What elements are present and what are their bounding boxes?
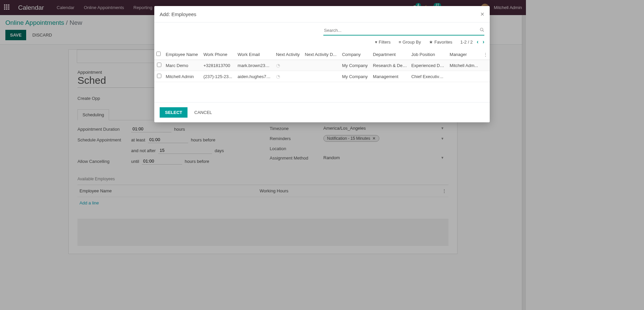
clock-icon: ◔ [276,63,280,68]
col-job-position[interactable]: Job Position [409,49,447,60]
favorites-button[interactable]: ★Favorites [429,40,452,45]
svg-line-1 [483,30,484,32]
groupby-icon: ≡ [399,40,401,45]
employees-table: Employee Name Work Phone Work Email Next… [154,49,490,82]
cell-name: Marc Demo [164,60,201,71]
col-next-activity[interactable]: Next Activity [274,49,303,60]
cell-manager [448,71,481,82]
pager-prev-icon[interactable]: ‹ [477,39,478,45]
search-input[interactable] [323,26,480,35]
cell-email: aiden.hughes71... [235,71,274,82]
cell-phone: +3281813700 [201,60,235,71]
col-company[interactable]: Company [340,49,371,60]
svg-point-0 [480,28,483,31]
modal-title: Add: Employees [160,11,196,17]
col-next-activity-date[interactable]: Next Activity D... [303,49,340,60]
cancel-button[interactable]: CANCEL [191,107,215,118]
star-icon: ★ [429,40,433,45]
groupby-button[interactable]: ≡Group By [399,40,421,45]
col-work-email[interactable]: Work Email [235,49,274,60]
table-row[interactable]: Mitchell Admin (237)-125-23... aiden.hug… [154,71,490,82]
select-button[interactable]: SELECT [160,107,187,118]
row-checkbox[interactable] [157,74,161,78]
cell-company: My Company [340,71,371,82]
cell-manager: Mitchell Adm... [448,60,481,71]
pager-next-icon[interactable]: › [483,39,484,45]
search-icon[interactable] [480,27,484,33]
clock-icon: ◔ [276,74,280,79]
select-all-checkbox[interactable] [156,52,161,56]
col-manager[interactable]: Manager [448,49,481,60]
cell-phone: (237)-125-23... [201,71,235,82]
filter-icon: ▾ [375,40,377,45]
cell-company: My Company [340,60,371,71]
pager-text: 1-2 / 2 [460,40,473,45]
cell-department: Management [371,71,409,82]
table-row[interactable]: Marc Demo +3281813700 mark.brown23@... ◔… [154,60,490,71]
kebab-icon[interactable]: ⋮ [481,49,490,60]
row-checkbox[interactable] [157,63,161,67]
cell-job: Chief Executive ... [409,71,447,82]
add-employees-modal: Add: Employees × ▾Filters ≡Group By ★Fav… [154,6,490,122]
cell-job: Experienced Dev... [409,60,447,71]
cell-department: Research & Deve... [371,60,409,71]
cell-email: mark.brown23@... [235,60,274,71]
filters-button[interactable]: ▾Filters [375,40,390,45]
col-work-phone[interactable]: Work Phone [201,49,235,60]
col-employee-name[interactable]: Employee Name [164,49,201,60]
col-department[interactable]: Department [371,49,409,60]
cell-name: Mitchell Admin [164,71,201,82]
close-icon[interactable]: × [480,11,484,17]
